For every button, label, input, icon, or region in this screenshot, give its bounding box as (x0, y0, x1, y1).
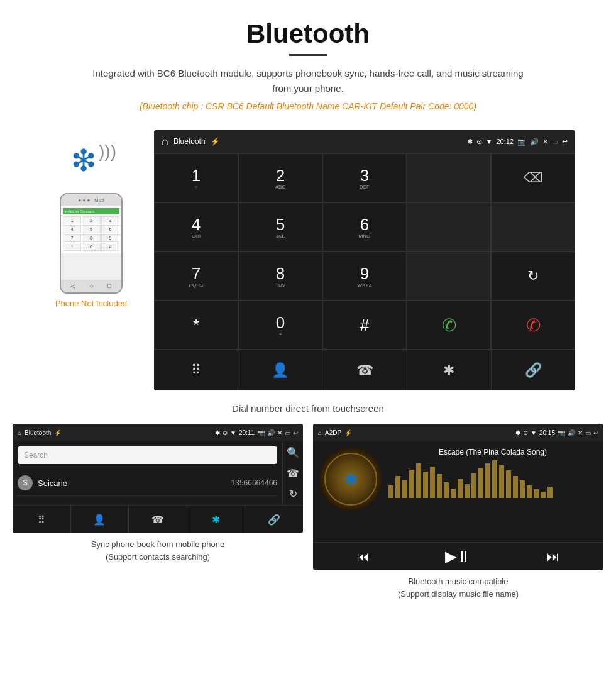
bluetooth-logo: ❇ ))) (66, 136, 116, 187)
small-signal-icon: ▼ (230, 429, 236, 436)
sb-link[interactable]: 🔗 (245, 506, 303, 533)
dial-number: 4 (192, 215, 201, 235)
music-time: 20:15 (539, 429, 555, 436)
phone-keypad: 1 2 3 4 5 6 7 8 9 * 0 # (63, 216, 119, 251)
dial-number: 9 (360, 264, 369, 284)
small-back-icon: ↩ (293, 429, 298, 436)
dial-backspace[interactable]: ⌫ (491, 153, 575, 202)
dial-key-9[interactable]: 9 WXYZ (322, 252, 407, 301)
small-win-icon: ▭ (285, 429, 290, 436)
eq-bar (409, 470, 414, 498)
bluetooth-status-icon: ✱ (467, 138, 473, 146)
contact-name: Seicane (38, 479, 231, 488)
phonebook-content: Search S Seicane 13566664466 🔍 ☎ ↻ (13, 441, 303, 505)
close-icon: ✕ (542, 138, 548, 146)
dial-key-star[interactable]: * (154, 301, 238, 350)
phonebook-app-name: Bluetooth (25, 429, 51, 436)
music-bt-icon: ✱ (515, 429, 520, 436)
small-usb-icon: ⚡ (54, 429, 62, 436)
music-signal: ▼ (531, 429, 537, 436)
play-pause-icon[interactable]: ▶⏸ (445, 548, 471, 565)
sb-apps[interactable]: ⠿ (13, 506, 71, 533)
dial-key-0[interactable]: 0 + (238, 301, 322, 350)
subtitle: Integrated with BC6 Bluetooth module, su… (88, 66, 528, 96)
dial-key-8[interactable]: 8 TUV (238, 252, 322, 301)
title-section: Bluetooth Integrated with BC6 Bluetooth … (0, 0, 616, 130)
dial-call-button[interactable]: ✆ (407, 301, 491, 350)
phone-bottom-bar: ◁ ○ □ (61, 280, 121, 292)
music-statusbar: ⌂ A2DP ⚡ ✱ ⊙ ▼ 20:15 📷 🔊 ✕ ▭ ↩ (313, 424, 603, 441)
next-track-icon[interactable]: ⏭ (547, 550, 559, 564)
phonebook-caption: Sync phone-book from mobile phone(Suppor… (88, 533, 228, 563)
search-bar[interactable]: Search (18, 446, 277, 464)
eq-bar (506, 470, 511, 498)
phone-key: 7 (63, 234, 81, 242)
bottom-link-icon[interactable]: 🔗 (492, 350, 575, 390)
dial-key-hash[interactable]: # (322, 301, 407, 350)
music-controls: ⏮ ▶⏸ ⏭ (313, 542, 603, 570)
sb-bt[interactable]: ✱ (187, 506, 246, 533)
dial-sub: PQRS (189, 282, 204, 288)
dial-caption: Dial number direct from touchscreen (0, 397, 616, 424)
bottom-contacts-icon[interactable]: 👤 (238, 350, 322, 390)
dial-key-7[interactable]: 7 PQRS (154, 252, 238, 301)
bottom-phone-icon[interactable]: ☎ (322, 350, 407, 390)
dial-cell-empty (407, 153, 491, 202)
small-bt-icon: ✱ (215, 429, 220, 436)
dial-number: 6 (360, 215, 369, 235)
contacts-list: Search S Seicane 13566664466 (13, 441, 282, 505)
dial-end-button[interactable]: ✆ (491, 301, 575, 350)
refresh-icon[interactable]: ↻ (289, 488, 297, 500)
usb-icon: ⚡ (211, 137, 220, 146)
music-caption: Bluetooth music compatible(Support displ… (395, 570, 522, 600)
sb-person[interactable]: 👤 (71, 506, 129, 533)
camera-icon: 📷 (517, 138, 526, 146)
dial-cell-empty (407, 252, 491, 301)
eq-bar (499, 465, 504, 498)
eq-bar (513, 476, 518, 498)
dial-number: 7 (192, 264, 201, 284)
title-divider (289, 54, 327, 56)
small-location-icon: ⊙ (223, 429, 228, 436)
search-icon[interactable]: 🔍 (287, 446, 299, 458)
music-close: ✕ (578, 429, 583, 436)
call-icon[interactable]: ☎ (287, 467, 299, 479)
dial-key-1[interactable]: 1 ○ (154, 153, 238, 202)
main-section: ❇ ))) ● ● ● M25 + Add to Contacts 1 2 3 … (0, 130, 616, 397)
bottom-screens: ⌂ Bluetooth ⚡ ✱ ⊙ ▼ 20:11 📷 🔊 ✕ ▭ ↩ (0, 424, 616, 612)
volume-icon: 🔊 (530, 138, 539, 146)
phone-not-included-label: Phone Not Included (55, 299, 127, 308)
dial-number: 8 (276, 264, 285, 284)
music-caption-text: Bluetooth music compatible(Support displ… (398, 577, 519, 599)
music-home-icon: ⌂ (318, 429, 322, 436)
eq-bar (534, 489, 539, 498)
music-vol: 🔊 (568, 429, 575, 436)
prev-track-icon[interactable]: ⏮ (357, 550, 370, 564)
song-title: Escape (The Pina Colada Song) (388, 448, 597, 456)
dial-key-5[interactable]: 5 JKL (238, 202, 322, 252)
page-title: Bluetooth (13, 19, 603, 49)
music-location: ⊙ (523, 429, 528, 436)
music-camera: 📷 (558, 429, 565, 436)
eq-bar (388, 485, 393, 498)
dial-key-6[interactable]: 6 MNO (322, 202, 407, 252)
eq-bar (451, 489, 456, 498)
phone-key: 6 (101, 225, 119, 233)
music-content: ✱ Escape (The Pina Colada Song) (313, 441, 603, 542)
dial-sub: ABC (275, 184, 285, 190)
album-art: ✱ (319, 448, 382, 511)
dial-key-2[interactable]: 2 ABC (238, 153, 322, 202)
search-placeholder: Search (24, 451, 48, 460)
home-icon: ⌂ (162, 135, 168, 148)
bottom-bluetooth-icon[interactable]: ✱ (407, 350, 492, 390)
eq-bar (395, 476, 400, 498)
contact-initial: S (18, 475, 33, 490)
dial-refresh[interactable]: ↻ (491, 252, 575, 301)
dial-key-3[interactable]: 3 DEF (322, 153, 407, 202)
phonebook-block: ⌂ Bluetooth ⚡ ✱ ⊙ ▼ 20:11 📷 🔊 ✕ ▭ ↩ (13, 424, 303, 600)
eq-bar (423, 472, 428, 498)
dial-key-4[interactable]: 4 GHI (154, 202, 238, 252)
small-close-icon: ✕ (277, 429, 282, 436)
sb-phone[interactable]: ☎ (129, 506, 187, 533)
bottom-apps-icon[interactable]: ⠿ (154, 350, 238, 390)
